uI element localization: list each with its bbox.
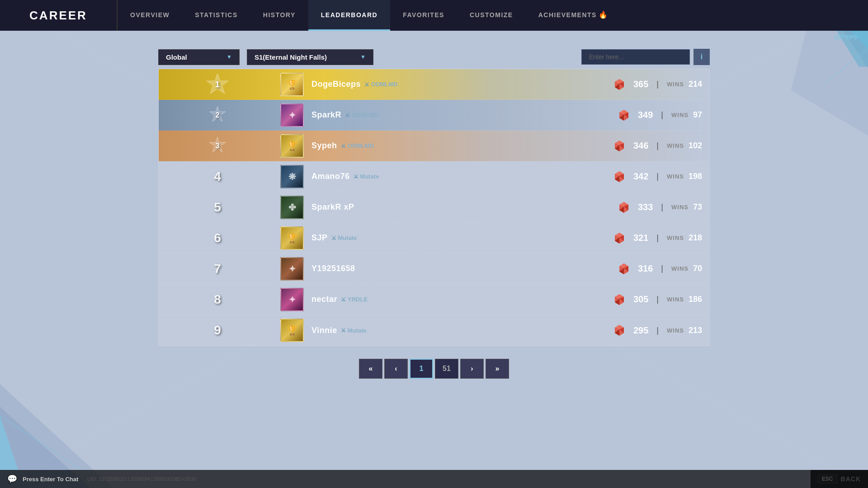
avatar: ✦ [280,257,304,281]
app-title: CAREER [29,9,87,23]
bottom-bar: 💬 Press Enter To Chat UID: 1073208223 | … [0,470,868,488]
nav-item-overview[interactable]: OVERVIEW [118,0,182,31]
rank-cell: 6 [159,231,276,245]
wins-value: 73 [693,202,702,212]
divider: | [656,326,659,335]
table-row[interactable]: 5 ✤ SparkR xP 333 | WINS 73 [159,192,709,223]
score-cell: 321 | WINS 218 [613,232,709,244]
avatar-cell: 🏆 [276,226,308,250]
divider: | [656,141,659,150]
divider: | [661,264,663,273]
season-dropdown-arrow: ▼ [360,54,366,60]
name-cell: DogeBiceps ⚔ ODMLMD [308,80,613,89]
main-content: Global ▼ S1(Eternal Night Falls) ▼ i 1 [0,31,868,488]
wins-value: 198 [689,172,702,181]
leaderboard-table: 1 🏆 DogeBiceps ⚔ ODMLMD [158,69,710,346]
avatar-cell: ✦ [276,257,308,281]
wins-value: 218 [689,233,702,243]
divider: | [656,295,659,304]
rank-cell: 2 [159,104,276,126]
player-name: Sypeh [311,141,337,150]
avatar-cell: ✦ [276,103,308,127]
player-name: Y19251658 [311,264,355,273]
clan-tag: ⚔ ODMLMD [341,142,374,149]
table-row[interactable]: 3 🏆 Sypeh ⚔ ODMLMD 346 [159,131,709,161]
wins-label: WINS [667,81,684,88]
nav-item-achievements[interactable]: ACHIEVEMENTS 🔥 [526,0,621,31]
uid-text: UID: 1073208223 | 1530034 | 29301613B3+3… [87,476,196,482]
last-page-button[interactable]: » [486,359,509,379]
player-name: Vinnie [311,326,337,335]
crystal-icon [613,140,626,152]
clan-tag: ⚔ ODMLMD [345,112,378,118]
clan-icon: ⚔ [331,235,336,241]
season-dropdown[interactable]: S1(Eternal Night Falls) ▼ [247,49,373,65]
wins-label: WINS [667,173,684,180]
name-cell: SJP ⚔ Mutate [308,233,613,243]
avatar-cell: ✤ [276,196,308,219]
wins-value: 70 [693,264,702,273]
filters-row: Global ▼ S1(Eternal Night Falls) ▼ i [158,49,710,65]
wins-label: WINS [671,204,689,211]
svg-text:3: 3 [216,142,220,150]
rank-number: 4 [214,169,221,184]
rank-cell: 7 [159,262,276,276]
wins-label: WINS [671,112,689,118]
name-cell: SparkR xP [308,202,618,212]
crystal-icon [613,232,626,244]
crystal-icon [618,109,630,122]
clan-tag: ⚔ Mutate [354,173,379,180]
nav-item-favorites[interactable]: FAVORITES [390,0,457,31]
search-input[interactable] [581,49,690,65]
rank-number: 5 [214,200,221,215]
table-row[interactable]: 7 ✦ Y19251658 316 | WINS 70 [159,253,709,284]
divider: | [656,80,659,89]
clan-icon: ⚔ [345,112,350,118]
logo-area: CAREER [0,0,118,31]
crystal-icon [613,170,626,183]
score-value: 349 [635,110,653,120]
avatar: 🏆 [280,319,304,342]
divider: | [656,233,659,243]
rank-icon: 3 [207,135,228,157]
player-name: SparkR [311,110,341,120]
first-page-button[interactable]: « [359,359,382,379]
divider: | [656,172,659,181]
clan-icon: ⚔ [341,143,346,149]
rank-number: 9 [214,323,221,338]
next-page-button[interactable]: › [460,359,484,379]
wins-value: 102 [689,141,702,150]
name-cell: Y19251658 [308,264,618,273]
table-row[interactable]: 2 ✦ SparkR ⚔ ODMLMD 349 [159,100,709,131]
rank-number: 8 [214,292,221,307]
avatar-cell: ✦ [276,288,308,311]
name-cell: nectar ⚔ YRDLE [308,295,613,304]
player-name: DogeBiceps [311,80,361,89]
info-button[interactable]: i [693,49,710,65]
table-row[interactable]: 4 ❋ Amano76 ⚔ Mutate 342 | [159,161,709,192]
wins-label: WINS [671,265,689,272]
rank-cell: 9 [159,323,276,338]
chat-hint: Press Enter To Chat [23,476,78,483]
score-value: 365 [630,79,648,89]
nav-item-statistics[interactable]: STATISTICS [182,0,250,31]
nav-item-customize[interactable]: CUSTOMIZE [457,0,526,31]
rank-icon: 2 [207,104,228,126]
avatar: ❋ [280,165,304,188]
player-name: SparkR xP [311,202,354,212]
search-wrapper: i [581,49,710,65]
table-row[interactable]: 6 🏆 SJP ⚔ Mutate 321 | [159,223,709,253]
clan-icon: ⚔ [341,296,346,303]
table-row[interactable]: 1 🏆 DogeBiceps ⚔ ODMLMD [159,69,709,100]
nav-item-history[interactable]: HISTORY [250,0,308,31]
avatar: 🏆 [280,73,304,96]
nav-item-leaderboard[interactable]: LEADERBOARD [308,0,390,31]
player-name: Amano76 [311,172,350,181]
table-row[interactable]: 8 ✦ nectar ⚔ YRDLE 305 | [159,284,709,315]
avatar: ✦ [280,103,304,127]
topbar: CAREER OVERVIEW STATISTICS HISTORY LEADE… [0,0,868,31]
rank-cell: 8 [159,292,276,307]
prev-page-button[interactable]: ‹ [384,359,408,379]
region-dropdown[interactable]: Global ▼ [158,49,240,65]
table-row[interactable]: 9 🏆 Vinnie ⚔ Mutate 295 | [159,315,709,346]
